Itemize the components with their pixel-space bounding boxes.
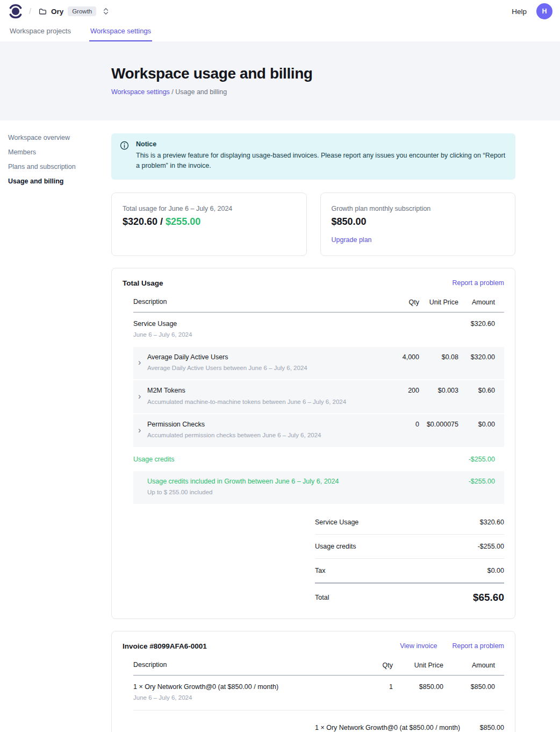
- amount-cell: $0.00: [458, 420, 495, 428]
- amount-cell: $0.60: [458, 386, 495, 394]
- breadcrumb-current: / Usage and billing: [171, 88, 227, 96]
- notice-title: Notice: [136, 140, 507, 148]
- unit-price-cell: [419, 319, 458, 320]
- unit-price-cell: $0.08: [419, 353, 458, 361]
- usage-row[interactable]: ›M2M TokensAccumulated machine-to-machin…: [133, 380, 504, 414]
- usage-summary: Service Usage$320.60Usage credits-$255.0…: [315, 510, 504, 605]
- tab-workspace-settings[interactable]: Workspace settings: [89, 23, 152, 41]
- summary-row: Service Usage$320.60: [315, 510, 504, 535]
- total-usage-card: Total usage for June 6 – July 6, 2024 $3…: [111, 193, 307, 256]
- info-icon: [120, 141, 129, 172]
- folder-icon: [39, 8, 47, 16]
- total-usage-panel: Total Usage Report a problem Description…: [111, 268, 515, 619]
- main-column: Notice This is a preview feature for dis…: [111, 133, 515, 732]
- qty-cell: [374, 319, 419, 320]
- row-subtitle: June 6 – July 6, 2024: [133, 694, 278, 702]
- summary-total-row: Total$65.60: [315, 584, 504, 605]
- usage-row[interactable]: ›Permission ChecksAccumulated permission…: [133, 414, 504, 448]
- usage-row[interactable]: Usage credits included in Growth between…: [133, 471, 504, 505]
- upgrade-plan-link[interactable]: Upgrade plan: [332, 236, 372, 244]
- invoice-panel: Invoice #8099AFA6-0001 View invoice Repo…: [111, 631, 515, 732]
- avatar[interactable]: H: [536, 3, 552, 19]
- chevron-right-icon[interactable]: ›: [133, 392, 147, 401]
- view-invoice-link[interactable]: View invoice: [400, 642, 437, 650]
- description-cell: Usage credits included in Growth between…: [133, 477, 374, 497]
- sidebar-item-members[interactable]: Members: [8, 148, 102, 156]
- summary-label: Tax: [315, 567, 325, 574]
- help-button[interactable]: Help: [512, 8, 527, 16]
- description-cell: ›Permission ChecksAccumulated permission…: [133, 420, 374, 440]
- invoice-summary: 1 × Ory Network Growth@0 (at $850.00 / m…: [315, 716, 504, 732]
- col-amount: Amount: [458, 298, 495, 306]
- unit-price-cell: [419, 455, 458, 456]
- col-unit-price: Unit Price: [419, 298, 458, 306]
- col-qty: Qty: [374, 298, 419, 306]
- plan-badge: Growth: [68, 6, 96, 16]
- qty-cell: 200: [374, 386, 419, 394]
- workspace-selector-icon[interactable]: [103, 7, 109, 16]
- table-header-row: DescriptionQtyUnit PriceAmount: [133, 298, 504, 312]
- page-title: Workspace usage and billing: [111, 65, 560, 82]
- amount-cell: $850.00: [443, 683, 495, 691]
- unit-price-cell: $0.000075: [419, 420, 458, 428]
- topbar: / Ory Growth Help H: [0, 0, 560, 23]
- row-title: M2M Tokens: [147, 386, 346, 395]
- usage-row: Service UsageJune 6 – July 6, 2024$320.6…: [133, 312, 504, 347]
- qty-cell: [374, 455, 419, 456]
- chevron-right-icon[interactable]: ›: [133, 425, 147, 435]
- col-description: Description: [133, 298, 374, 305]
- usage-row[interactable]: ›Average Daily Active UsersAverage Daily…: [133, 347, 504, 381]
- sidebar-item-plans-and-subscription[interactable]: Plans and subscription: [8, 163, 102, 170]
- row-title: Usage credits: [133, 455, 174, 464]
- description-cell: ›Average Daily Active UsersAverage Daily…: [133, 353, 374, 373]
- unit-price-cell: $0.003: [419, 386, 458, 394]
- tab-workspace-projects[interactable]: Workspace projects: [9, 23, 72, 41]
- row-title: Permission Checks: [147, 420, 321, 429]
- col-description: Description: [133, 661, 366, 669]
- summary-row: 1 × Ory Network Growth@0 (at $850.00 / m…: [315, 716, 504, 732]
- report-problem-link-usage[interactable]: Report a problem: [452, 279, 504, 287]
- description-cell: 1 × Ory Network Growth@0 (at $850.00 / m…: [133, 683, 366, 702]
- invoice-row: 1 × Ory Network Growth@0 (at $850.00 / m…: [133, 676, 504, 710]
- description-text: Permission ChecksAccumulated permission …: [147, 420, 321, 440]
- summary-row: Tax$0.00: [315, 559, 504, 584]
- report-problem-link-invoice[interactable]: Report a problem: [452, 642, 504, 650]
- summary-label: Usage credits: [315, 543, 356, 550]
- summary-value: $0.00: [487, 567, 504, 574]
- usage-table: DescriptionQtyUnit PriceAmountService Us…: [133, 298, 504, 505]
- row-title: 1 × Ory Network Growth@0 (at $850.00 / m…: [133, 683, 278, 691]
- row-subtitle: Accumulated machine-to-machine tokens be…: [147, 398, 346, 407]
- col-unit-price: Unit Price: [393, 661, 443, 669]
- ory-logo-icon[interactable]: [9, 3, 23, 19]
- col-amount: Amount: [443, 661, 495, 669]
- row-subtitle: Up to $ 255.00 included: [147, 488, 339, 497]
- amount-cell: -$255.00: [458, 455, 495, 463]
- sidebar-item-workspace-overview[interactable]: Workspace overview: [8, 134, 102, 141]
- row-title: Usage credits included in Growth between…: [147, 477, 339, 486]
- summary-value: -$255.00: [478, 543, 504, 550]
- unit-price-cell: $850.00: [393, 683, 443, 691]
- plan-card: Growth plan monthly subscription $850.00…: [320, 193, 516, 256]
- qty-cell: 4,000: [374, 353, 419, 361]
- row-subtitle: Accumulated permission checks between Ju…: [147, 431, 321, 440]
- description-text: 1 × Ory Network Growth@0 (at $850.00 / m…: [133, 683, 278, 702]
- usage-row: Usage credits-$255.00: [133, 448, 504, 471]
- table-header-row: DescriptionQtyUnit PriceAmount: [133, 661, 504, 676]
- row-subtitle: June 6 – July 6, 2024: [133, 331, 192, 339]
- description-cell: Service UsageJune 6 – July 6, 2024: [133, 319, 374, 339]
- invoice-table: DescriptionQtyUnit PriceAmount1 × Ory Ne…: [133, 661, 504, 710]
- workspace-breadcrumb[interactable]: Ory Growth: [39, 6, 109, 16]
- chevron-right-icon[interactable]: ›: [133, 358, 147, 367]
- row-title: Average Daily Active Users: [147, 353, 307, 361]
- description-text: Average Daily Active UsersAverage Daily …: [147, 353, 307, 373]
- breadcrumb-link-workspace-settings[interactable]: Workspace settings: [111, 88, 170, 96]
- amount-cell: $320.60: [458, 319, 495, 328]
- ory-logo-glyph: [9, 3, 23, 19]
- usage-used-amount: $320.60: [123, 216, 157, 227]
- description-text: Usage credits included in Growth between…: [147, 477, 339, 497]
- sidebar-item-usage-and-billing[interactable]: Usage and billing: [8, 177, 102, 185]
- invoice-panel-title: Invoice #8099AFA6-0001: [123, 642, 207, 650]
- total-usage-label: Total usage for June 6 – July 6, 2024: [123, 205, 296, 212]
- summary-value: $850.00: [480, 724, 504, 731]
- breadcrumb-slash: /: [29, 7, 31, 16]
